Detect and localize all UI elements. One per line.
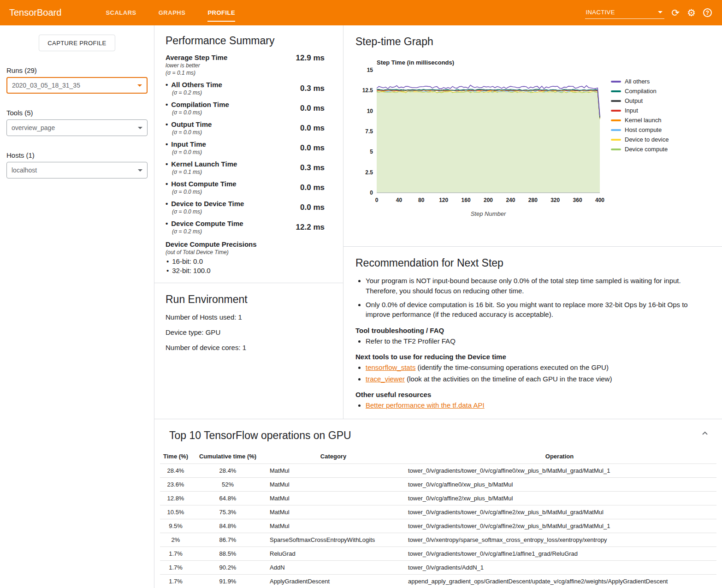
performance-summary-title: Performance Summary — [166, 35, 332, 47]
run-env-line: Number of device cores: 1 — [166, 344, 332, 351]
cumulative-time-cell: 91.9% — [191, 575, 264, 588]
perf-item: •Host Compute Time (σ = 0.0 ms) 0.0 ms — [166, 180, 332, 195]
operation-cell: tower_0/v/gradients/AddN_1 — [402, 561, 716, 575]
header-controls: INACTIVE ⟳ ⚙ ? — [585, 7, 712, 19]
recommendation-link[interactable]: trace_viewer — [366, 375, 405, 383]
tools-dropdown[interactable]: overview_page — [6, 119, 148, 136]
perf-item-value: 0.0 ms — [300, 143, 325, 153]
runs-dropdown[interactable]: 2020_03_05_18_31_35 — [6, 77, 148, 94]
top10-title: Top 10 TensorFlow operations on GPU — [169, 429, 717, 442]
legend-label: Input — [625, 107, 638, 114]
table-row: 23.6% 52% MatMul tower_0/v/cg/affine0/xw… — [160, 478, 716, 492]
refresh-icon[interactable]: ⟳ — [672, 8, 680, 18]
precision-item: 16-bit: 0.0 — [166, 257, 332, 265]
perf-item-sigma: (σ = 0.0 ms) — [172, 189, 237, 195]
perf-item-sigma: (σ = 0.1 ms) — [172, 169, 237, 175]
recommendation-group: Other useful resources Better performanc… — [355, 391, 704, 410]
perf-item: •Input Time (σ = 0.0 ms) 0.0 ms — [166, 140, 332, 155]
legend-item: Device to device — [611, 135, 669, 144]
tab-scalars[interactable]: SCALARS — [95, 0, 147, 25]
bullet: • — [166, 200, 168, 208]
operation-cell: append_apply_gradient_ops/GradientDescen… — [402, 575, 716, 588]
perf-item-name: •All Others Time — [166, 81, 222, 89]
average-step-time-sigma: (σ = 0.1 ms) — [166, 70, 227, 76]
svg-text:Step Time (in milliseconds): Step Time (in milliseconds) — [377, 59, 454, 66]
operation-cell: tower_0/v/gradients/tower_0/v/cg/affine2… — [402, 505, 716, 519]
perf-item-name: •Output Time — [166, 120, 212, 128]
collapse-section-button[interactable] — [701, 429, 709, 439]
perf-item-value: 0.0 ms — [300, 183, 325, 192]
recommendation-group-heading: Tool troubleshooting / FAQ — [355, 327, 704, 334]
table-row: 1.7% 90.2% AddN tower_0/v/gradients/AddN… — [160, 561, 716, 575]
legend-swatch — [611, 139, 621, 141]
sidebar: CAPTURE PROFILE Runs (29) 2020_03_05_18_… — [0, 25, 154, 588]
cumulative-time-cell: 64.8% — [191, 492, 264, 505]
legend-item: Host compute — [611, 125, 669, 135]
legend-swatch — [611, 100, 621, 102]
recommendation-group: Tool troubleshooting / FAQ Refer to the … — [355, 327, 704, 346]
perf-item-value: 0.0 ms — [300, 104, 325, 113]
table-row: 28.4% 28.4% MatMul tower_0/v/gradients/t… — [160, 464, 716, 478]
perf-item-name: •Device to Device Time — [166, 200, 244, 208]
perf-item-value: 0.3 ms — [300, 84, 325, 93]
category-cell: ReluGrad — [264, 547, 402, 561]
perf-item-value: 0.0 ms — [300, 203, 325, 212]
perf-item-sigma: (σ = 0.0 ms) — [172, 208, 244, 215]
app-header: TensorBoard SCALARS GRAPHS PROFILE INACT… — [0, 0, 722, 25]
operation-cell: tower_0/v/gradients/tower_0/v/cg/affine1… — [402, 547, 716, 561]
table-header-row: Time (%)Cumulative time (%)CategoryOpera… — [160, 449, 716, 464]
bullet: • — [166, 140, 168, 148]
run-env-line: Device type: GPU — [166, 328, 332, 336]
legend-label: Compilation — [625, 88, 657, 95]
operation-cell: tower_0/v/cg/affine0/xw_plus_b/MatMul — [402, 478, 716, 492]
recommendation-link[interactable]: tensorflow_stats — [366, 363, 415, 371]
perf-items: •All Others Time (σ = 0.2 ms) 0.3 ms •Co… — [166, 81, 332, 235]
help-icon[interactable]: ? — [703, 8, 712, 17]
svg-text:0: 0 — [375, 197, 379, 203]
perf-item-sigma: (σ = 0.2 ms) — [172, 228, 243, 235]
recommendation-link[interactable]: Better performance with the tf.data API — [366, 401, 485, 409]
hosts-dropdown[interactable]: localhost — [6, 162, 148, 178]
table-row: 2% 86.7% SparseSoftmaxCrossEntropyWithLo… — [160, 533, 716, 547]
table-row: 10.5% 75.3% MatMul tower_0/v/gradients/t… — [160, 505, 716, 519]
legend-swatch — [611, 148, 621, 150]
time-cell: 28.4% — [160, 464, 191, 478]
bullet: • — [166, 160, 168, 168]
legend-label: Kernel launch — [625, 117, 662, 124]
perf-item-sigma: (σ = 0.0 ms) — [172, 109, 229, 116]
chart-legend: All others Compilation Output Input Kern… — [611, 77, 669, 220]
perf-item: •Output Time (σ = 0.0 ms) 0.0 ms — [166, 120, 332, 136]
chart-area: 02.557.51012.515040801201602002402803203… — [355, 58, 710, 220]
perf-item-name: •Device Compute Time — [166, 220, 243, 227]
precisions-note: (out of Total Device Time) — [166, 249, 332, 255]
cumulative-time-cell: 84.8% — [191, 519, 264, 533]
tab-graphs[interactable]: GRAPHS — [148, 0, 197, 25]
rec-groups: Tool troubleshooting / FAQ Refer to the … — [355, 327, 704, 410]
category-cell: MatMul — [264, 478, 402, 492]
svg-text:80: 80 — [418, 197, 425, 203]
perf-item: •Compilation Time (σ = 0.0 ms) 0.0 ms — [166, 101, 332, 116]
legend-label: Output — [625, 97, 643, 104]
table-row: 9.5% 84.8% MatMul tower_0/v/gradients/to… — [160, 519, 716, 533]
time-cell: 2% — [160, 533, 191, 547]
table-header-cell: Category — [264, 449, 402, 464]
recommendation-group-item: Refer to the TF2 Profiler FAQ — [366, 336, 704, 346]
svg-text:360: 360 — [573, 197, 582, 203]
device-compute-precisions: Device Compute Precisions (out of Total … — [166, 240, 332, 274]
right-column: Step-time Graph 02.557.51012.51504080120… — [343, 25, 722, 419]
gear-icon[interactable]: ⚙ — [687, 8, 696, 18]
legend-swatch — [611, 81, 621, 83]
tools-label: Tools (5) — [6, 109, 148, 117]
capture-profile-button[interactable]: CAPTURE PROFILE — [39, 35, 115, 51]
svg-text:15: 15 — [367, 67, 373, 73]
main-content: Performance Summary Average Step Time lo… — [154, 25, 722, 588]
recommendation-group-heading: Other useful resources — [355, 391, 704, 398]
status-dropdown-value: INACTIVE — [586, 9, 615, 16]
precisions-title: Device Compute Precisions — [166, 240, 332, 248]
step-time-chart: 02.557.51012.515040801201602002402803203… — [355, 58, 604, 220]
cumulative-time-cell: 28.4% — [191, 464, 264, 478]
status-dropdown[interactable]: INACTIVE — [585, 7, 664, 19]
tab-profile[interactable]: PROFILE — [196, 0, 246, 25]
perf-item-name: •Host Compute Time — [166, 180, 237, 188]
svg-text:12.5: 12.5 — [362, 87, 373, 94]
